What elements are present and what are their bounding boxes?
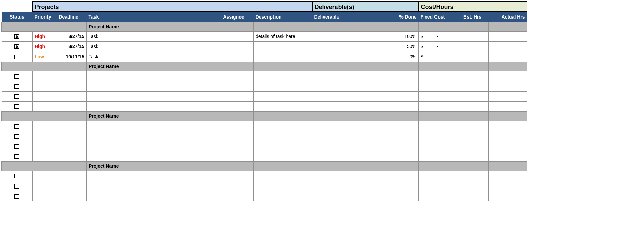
task-cell[interactable]: Task (87, 31, 221, 41)
est-hrs-cell[interactable] (456, 141, 489, 151)
fixed-cost-cell[interactable]: $- (419, 41, 456, 52)
deadline-cell[interactable] (57, 141, 87, 151)
actual-hrs-cell[interactable] (489, 71, 527, 81)
deadline-cell[interactable] (57, 151, 87, 161)
est-hrs-cell[interactable] (456, 121, 489, 131)
actual-hrs-cell[interactable] (489, 91, 527, 101)
description-cell[interactable] (254, 41, 312, 52)
pct-done-cell[interactable] (382, 141, 419, 151)
assignee-cell[interactable] (221, 41, 254, 52)
fixed-cost-cell[interactable] (419, 101, 456, 111)
deadline-cell[interactable] (57, 121, 87, 131)
priority-cell[interactable] (33, 181, 57, 191)
priority-cell[interactable]: Low (33, 52, 57, 62)
pct-done-cell[interactable] (382, 181, 419, 191)
pct-done-cell[interactable] (382, 91, 419, 101)
est-hrs-cell[interactable] (456, 81, 489, 91)
status-checkbox[interactable]: ✖ (14, 34, 19, 39)
est-hrs-cell[interactable] (456, 71, 489, 81)
est-hrs-cell[interactable] (456, 131, 489, 141)
priority-cell[interactable]: High (33, 31, 57, 41)
status-checkbox[interactable] (14, 94, 19, 99)
est-hrs-cell[interactable] (456, 41, 489, 52)
pct-done-cell[interactable] (382, 71, 419, 81)
task-cell[interactable] (87, 91, 221, 101)
project-name-label[interactable]: Project Name (87, 22, 221, 31)
project-name-label[interactable]: Project Name (87, 111, 221, 121)
fixed-cost-cell[interactable] (419, 81, 456, 91)
description-cell[interactable] (254, 191, 312, 201)
task-cell[interactable]: Task (87, 52, 221, 62)
assignee-cell[interactable] (221, 52, 254, 62)
deadline-cell[interactable] (57, 131, 87, 141)
fixed-cost-cell[interactable] (419, 121, 456, 131)
task-cell[interactable] (87, 191, 221, 201)
priority-cell[interactable] (33, 171, 57, 181)
task-cell[interactable] (87, 181, 221, 191)
fixed-cost-cell[interactable]: $- (419, 52, 456, 62)
est-hrs-cell[interactable] (456, 91, 489, 101)
status-checkbox[interactable] (14, 174, 19, 178)
priority-cell[interactable]: High (33, 41, 57, 52)
pct-done-cell[interactable] (382, 121, 419, 131)
deliverable-cell[interactable] (312, 181, 382, 191)
deliverable-cell[interactable] (312, 91, 382, 101)
status-checkbox[interactable] (14, 144, 19, 149)
assignee-cell[interactable] (221, 171, 254, 181)
status-checkbox[interactable] (14, 134, 19, 139)
est-hrs-cell[interactable] (456, 31, 489, 41)
task-cell[interactable] (87, 71, 221, 81)
actual-hrs-cell[interactable] (489, 41, 527, 52)
assignee-cell[interactable] (221, 81, 254, 91)
description-cell[interactable] (254, 52, 312, 62)
task-cell[interactable] (87, 81, 221, 91)
priority-cell[interactable] (33, 141, 57, 151)
actual-hrs-cell[interactable] (489, 151, 527, 161)
fixed-cost-cell[interactable] (419, 171, 456, 181)
description-cell[interactable] (254, 171, 312, 181)
deliverable-cell[interactable] (312, 191, 382, 201)
deadline-cell[interactable] (57, 191, 87, 201)
status-checkbox[interactable] (14, 184, 19, 189)
status-checkbox[interactable] (14, 104, 19, 109)
deadline-cell[interactable]: 8/27/15 (57, 31, 87, 41)
assignee-cell[interactable] (221, 191, 254, 201)
deadline-cell[interactable] (57, 91, 87, 101)
actual-hrs-cell[interactable] (489, 101, 527, 111)
priority-cell[interactable] (33, 191, 57, 201)
actual-hrs-cell[interactable] (489, 191, 527, 201)
task-cell[interactable] (87, 171, 221, 181)
description-cell[interactable] (254, 151, 312, 161)
priority-cell[interactable] (33, 101, 57, 111)
fixed-cost-cell[interactable] (419, 71, 456, 81)
deadline-cell[interactable] (57, 181, 87, 191)
fixed-cost-cell[interactable] (419, 191, 456, 201)
assignee-cell[interactable] (221, 131, 254, 141)
actual-hrs-cell[interactable] (489, 171, 527, 181)
deadline-cell[interactable]: 10/11/15 (57, 52, 87, 62)
pct-done-cell[interactable] (382, 151, 419, 161)
est-hrs-cell[interactable] (456, 52, 489, 62)
assignee-cell[interactable] (221, 31, 254, 41)
assignee-cell[interactable] (221, 181, 254, 191)
deliverable-cell[interactable] (312, 71, 382, 81)
description-cell[interactable] (254, 91, 312, 101)
assignee-cell[interactable] (221, 71, 254, 81)
assignee-cell[interactable] (221, 91, 254, 101)
actual-hrs-cell[interactable] (489, 31, 527, 41)
status-checkbox[interactable] (14, 84, 19, 89)
status-checkbox[interactable]: ✖ (14, 44, 19, 49)
description-cell[interactable] (254, 71, 312, 81)
status-checkbox[interactable] (14, 74, 19, 79)
actual-hrs-cell[interactable] (489, 52, 527, 62)
pct-done-cell[interactable] (382, 101, 419, 111)
deadline-cell[interactable] (57, 81, 87, 91)
task-cell[interactable]: Task (87, 41, 221, 52)
task-cell[interactable] (87, 141, 221, 151)
fixed-cost-cell[interactable] (419, 131, 456, 141)
status-checkbox[interactable] (14, 124, 19, 129)
assignee-cell[interactable] (221, 101, 254, 111)
task-cell[interactable] (87, 121, 221, 131)
priority-cell[interactable] (33, 81, 57, 91)
pct-done-cell[interactable] (382, 81, 419, 91)
